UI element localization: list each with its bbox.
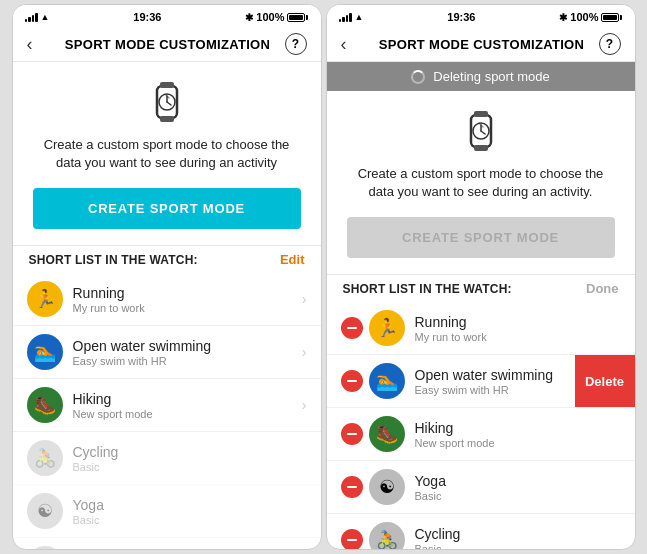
status-left-2: ▲	[339, 12, 364, 22]
sport-info-yoga-1: Yoga Basic	[73, 497, 307, 526]
remove-button-yoga[interactable]	[341, 476, 363, 498]
deleting-text: Deleting sport mode	[433, 69, 549, 84]
chevron-running-1: ›	[302, 291, 307, 307]
status-right-1: ✱ 100%	[245, 11, 308, 23]
watch-icon-2	[455, 105, 507, 157]
section-header-2: SHORT LIST IN THE WATCH: Done	[327, 274, 635, 302]
sport-name-yoga-2: Yoga	[415, 473, 621, 489]
sport-info-running-2: Running My run to work	[415, 314, 621, 343]
description-text-2: Create a custom sport mode to choose the…	[327, 165, 635, 217]
sport-item-cycling-1: 🚴 Cycling Basic	[13, 432, 321, 485]
deleting-banner: Deleting sport mode	[327, 62, 635, 91]
done-button-2[interactable]: Done	[586, 281, 619, 296]
remove-button-hiking[interactable]	[341, 423, 363, 445]
svg-rect-9	[474, 145, 488, 151]
phone-screen-2: ▲ 19:36 ✱ 100% ‹ SPORT MODE CUSTOMIZATIO…	[326, 4, 636, 550]
phone-screen-1: ▲ 19:36 ✱ 100% ‹ SPORT MODE CUSTOMIZATIO…	[12, 4, 322, 550]
sport-sub-running-2: My run to work	[415, 331, 621, 343]
back-button-1[interactable]: ‹	[27, 34, 51, 55]
sport-info-cycling-1: Cycling Basic	[73, 444, 307, 473]
sport-item-yoga-1: ☯ Yoga Basic	[13, 485, 321, 538]
sport-item-martial-arts-1: 🥋 Martial arts	[13, 538, 321, 549]
sport-sub-hiking-2: New sport mode	[415, 437, 621, 449]
sport-icon-swimming-2: 🏊	[369, 363, 405, 399]
chevron-hiking-1: ›	[302, 397, 307, 413]
sport-icon-swimming-1: 🏊	[27, 334, 63, 370]
create-sport-mode-button-1[interactable]: CREATE SPORT MODE	[33, 188, 301, 229]
sport-icon-cycling-1: 🚴	[27, 440, 63, 476]
remove-button-cycling[interactable]	[341, 529, 363, 549]
help-button-1[interactable]: ?	[285, 33, 307, 55]
sport-icon-running-1: 🏃	[27, 281, 63, 317]
sport-info-hiking-1: Hiking New sport mode	[73, 391, 302, 420]
sport-name-running-1: Running	[73, 285, 302, 301]
sport-item-swimming-2[interactable]: 🏊 Open water swimming Easy swim with HR …	[327, 355, 635, 408]
sport-icon-hiking-1: 🥾	[27, 387, 63, 423]
wifi-icon: ▲	[41, 12, 50, 22]
sport-sub-yoga-1: Basic	[73, 514, 307, 526]
bluetooth-icon-1: ✱	[245, 12, 253, 23]
sport-icon-yoga-2: ☯	[369, 469, 405, 505]
chevron-swimming-1: ›	[302, 344, 307, 360]
sport-icon-yoga-1: ☯	[27, 493, 63, 529]
sport-sub-cycling-1: Basic	[73, 461, 307, 473]
sport-sub-yoga-2: Basic	[415, 490, 621, 502]
signal-icon-2	[339, 12, 352, 22]
sport-name-cycling-2: Cycling	[415, 526, 621, 542]
sport-item-hiking-1[interactable]: 🥾 Hiking New sport mode ›	[13, 379, 321, 432]
header-2: ‹ SPORT MODE CUSTOMIZATION ?	[327, 27, 635, 62]
back-button-2[interactable]: ‹	[341, 34, 365, 55]
sport-icon-hiking-2: 🥾	[369, 416, 405, 452]
sport-info-running-1: Running My run to work	[73, 285, 302, 314]
sport-item-running-1[interactable]: 🏃 Running My run to work ›	[13, 273, 321, 326]
page-title-1: SPORT MODE CUSTOMIZATION	[51, 37, 285, 52]
help-button-2[interactable]: ?	[599, 33, 621, 55]
battery-pct-2: 100%	[570, 11, 598, 23]
sport-icon-martial-arts-1: 🥋	[27, 546, 63, 549]
sport-sub-swimming-1: Easy swim with HR	[73, 355, 302, 367]
sport-name-cycling-1: Cycling	[73, 444, 307, 460]
sport-name-swimming-1: Open water swimming	[73, 338, 302, 354]
sport-name-hiking-2: Hiking	[415, 420, 621, 436]
status-left-1: ▲	[25, 12, 50, 22]
sport-info-yoga-2: Yoga Basic	[415, 473, 621, 502]
edit-button-1[interactable]: Edit	[280, 252, 305, 267]
sport-item-swimming-1[interactable]: 🏊 Open water swimming Easy swim with HR …	[13, 326, 321, 379]
svg-rect-8	[474, 111, 488, 117]
delete-button-swimming[interactable]: Delete	[575, 355, 635, 407]
svg-rect-1	[160, 82, 174, 88]
phone-body-1: Create a custom sport mode to choose the…	[13, 62, 321, 549]
sport-item-running-2[interactable]: 🏃 Running My run to work	[327, 302, 635, 355]
create-sport-mode-button-2: CREATE SPORT MODE	[347, 217, 615, 258]
sport-list-2: 🏃 Running My run to work 🏊 Open water sw…	[327, 302, 635, 549]
phone-body-2: Create a custom sport mode to choose the…	[327, 91, 635, 549]
remove-button-running[interactable]	[341, 317, 363, 339]
battery-pct-1: 100%	[256, 11, 284, 23]
status-bar-2: ▲ 19:36 ✱ 100%	[327, 5, 635, 27]
bluetooth-icon-2: ✱	[559, 12, 567, 23]
loading-spinner	[411, 70, 425, 84]
status-time-1: 19:36	[133, 11, 161, 23]
status-time-2: 19:36	[447, 11, 475, 23]
signal-icon	[25, 12, 38, 22]
sport-sub-running-1: My run to work	[73, 302, 302, 314]
sport-item-yoga-2[interactable]: ☯ Yoga Basic	[327, 461, 635, 514]
wifi-icon-2: ▲	[355, 12, 364, 22]
battery-icon-2	[601, 13, 622, 22]
page-title-2: SPORT MODE CUSTOMIZATION	[365, 37, 599, 52]
sport-icon-running-2: 🏃	[369, 310, 405, 346]
sport-item-hiking-2[interactable]: 🥾 Hiking New sport mode	[327, 408, 635, 461]
sport-name-hiking-1: Hiking	[73, 391, 302, 407]
remove-button-swimming[interactable]	[341, 370, 363, 392]
svg-rect-2	[160, 116, 174, 122]
description-text-1: Create a custom sport mode to choose the…	[13, 136, 321, 188]
sport-sub-cycling-2: Basic	[415, 543, 621, 549]
sport-name-yoga-1: Yoga	[73, 497, 307, 513]
sport-sub-hiking-1: New sport mode	[73, 408, 302, 420]
section-header-1: SHORT LIST IN THE WATCH: Edit	[13, 245, 321, 273]
battery-icon-1	[287, 13, 308, 22]
watch-icon-area-2	[327, 91, 635, 165]
section-title-1: SHORT LIST IN THE WATCH:	[29, 253, 198, 267]
sport-info-swimming-1: Open water swimming Easy swim with HR	[73, 338, 302, 367]
sport-item-cycling-2[interactable]: 🚴 Cycling Basic	[327, 514, 635, 549]
